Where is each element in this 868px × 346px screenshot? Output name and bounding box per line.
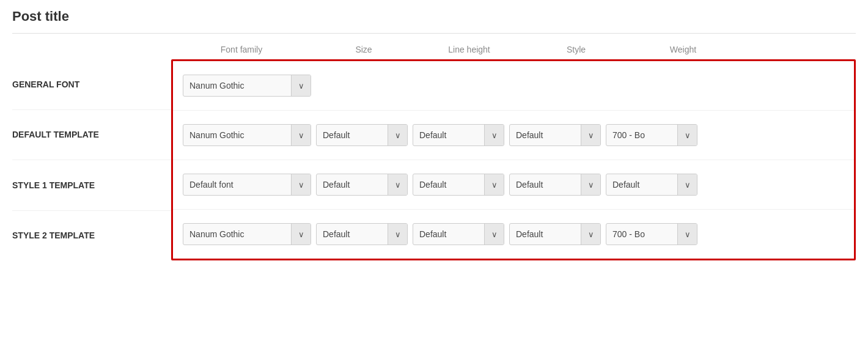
style2-weight-select[interactable]: 700 - Bo xyxy=(606,223,697,245)
default-lineheight-select[interactable]: Default xyxy=(413,124,504,146)
style1-font-family-value: Default font xyxy=(183,180,291,190)
style1-font-family-chevron[interactable] xyxy=(291,174,311,196)
style2-font-family-value: Nanum Gothic xyxy=(183,229,291,239)
style1-lineheight-chevron[interactable] xyxy=(484,174,504,196)
default-lineheight-value: Default xyxy=(413,130,484,140)
general-font-family-select[interactable]: Nanum Gothic xyxy=(183,75,311,97)
default-size-value: Default xyxy=(317,130,388,140)
style1-style-value: Default xyxy=(510,180,581,190)
col-header-size: Size xyxy=(312,45,416,54)
page-title: Post title xyxy=(12,0,856,34)
default-font-family-chevron[interactable] xyxy=(291,124,311,146)
style2-lineheight-chevron[interactable] xyxy=(484,223,504,245)
default-size-chevron[interactable] xyxy=(388,124,407,146)
general-font-family-value: Nanum Gothic xyxy=(183,81,291,90)
style1-size-value: Default xyxy=(317,180,388,190)
label-style1-template: STYLE 1 TEMPLATE xyxy=(12,160,171,211)
row-style2-template: Nanum Gothic Default Default Default xyxy=(173,210,854,259)
row-general-font: Nanum Gothic xyxy=(173,61,854,111)
default-style-value: Default xyxy=(510,130,581,140)
style2-font-family-chevron[interactable] xyxy=(291,223,311,245)
style1-size-chevron[interactable] xyxy=(388,174,407,196)
default-style-select[interactable]: Default xyxy=(509,124,601,146)
style2-style-select[interactable]: Default xyxy=(509,223,601,245)
default-weight-chevron[interactable] xyxy=(677,124,697,146)
style1-style-chevron[interactable] xyxy=(581,174,600,196)
style2-size-value: Default xyxy=(317,229,388,239)
label-general-font: GENERAL FONT xyxy=(12,59,171,110)
default-weight-select[interactable]: 700 - Bo xyxy=(606,124,697,146)
column-headers: Font family Size Line height Style Weigh… xyxy=(12,45,856,54)
settings-box: Nanum Gothic Nanum Gothic Default xyxy=(171,59,856,260)
labels-column: GENERAL FONT DEFAULT TEMPLATE STYLE 1 TE… xyxy=(12,59,171,260)
style2-lineheight-value: Default xyxy=(413,229,484,239)
style1-lineheight-select[interactable]: Default xyxy=(413,174,504,196)
default-size-select[interactable]: Default xyxy=(316,124,408,146)
default-font-family-select[interactable]: Nanum Gothic xyxy=(183,124,311,146)
col-header-style: Style xyxy=(523,45,630,54)
style2-weight-chevron[interactable] xyxy=(677,223,697,245)
style1-lineheight-value: Default xyxy=(413,180,484,190)
style2-style-value: Default xyxy=(510,229,581,239)
style2-size-chevron[interactable] xyxy=(388,223,407,245)
default-font-family-value: Nanum Gothic xyxy=(183,130,291,140)
style2-size-select[interactable]: Default xyxy=(316,223,408,245)
style2-lineheight-select[interactable]: Default xyxy=(413,223,504,245)
default-style-chevron[interactable] xyxy=(581,124,600,146)
general-font-family-chevron[interactable] xyxy=(291,75,311,97)
row-default-template: Nanum Gothic Default Default Default xyxy=(173,111,854,160)
style1-size-select[interactable]: Default xyxy=(316,174,408,196)
style2-font-family-select[interactable]: Nanum Gothic xyxy=(183,223,311,245)
style2-style-chevron[interactable] xyxy=(581,223,600,245)
col-header-line-height: Line height xyxy=(416,45,523,54)
style1-weight-value: Default xyxy=(606,180,677,190)
row-style1-template: Default font Default Default Default xyxy=(173,160,854,210)
style1-weight-chevron[interactable] xyxy=(677,174,697,196)
style1-weight-select[interactable]: Default xyxy=(606,174,697,196)
style1-font-family-select[interactable]: Default font xyxy=(183,174,311,196)
col-header-font-family: Font family xyxy=(171,45,312,54)
col-header-weight: Weight xyxy=(630,45,737,54)
label-default-template: DEFAULT TEMPLATE xyxy=(12,110,171,161)
default-weight-value: 700 - Bo xyxy=(606,130,677,140)
style1-style-select[interactable]: Default xyxy=(509,174,601,196)
label-style2-template: STYLE 2 TEMPLATE xyxy=(12,211,171,261)
default-lineheight-chevron[interactable] xyxy=(484,124,504,146)
style2-weight-value: 700 - Bo xyxy=(606,229,677,239)
